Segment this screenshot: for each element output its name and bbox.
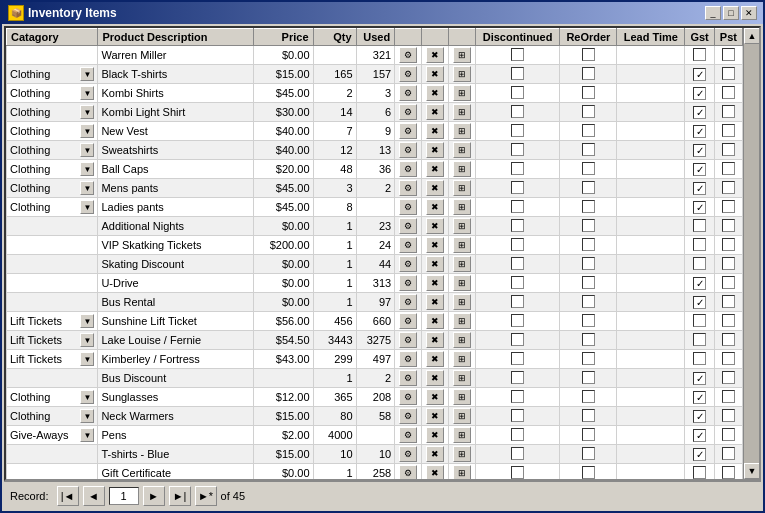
- checkbox[interactable]: [722, 257, 735, 270]
- checkbox[interactable]: [582, 124, 595, 137]
- delete-icon[interactable]: ⊞: [453, 408, 471, 424]
- checkbox[interactable]: [511, 86, 524, 99]
- copy-icon[interactable]: ✖: [426, 66, 444, 82]
- checkbox[interactable]: [722, 409, 735, 422]
- copy-icon[interactable]: ✖: [426, 180, 444, 196]
- edit-icon[interactable]: ⚙: [399, 294, 417, 310]
- checkbox[interactable]: [511, 314, 524, 327]
- dropdown-arrow-icon[interactable]: ▼: [80, 86, 94, 100]
- scroll-up-button[interactable]: ▲: [744, 28, 759, 44]
- checkbox[interactable]: [511, 162, 524, 175]
- checkbox[interactable]: [722, 314, 735, 327]
- checkbox[interactable]: [693, 257, 706, 270]
- edit-icon[interactable]: ⚙: [399, 427, 417, 443]
- delete-icon[interactable]: ⊞: [453, 370, 471, 386]
- checkbox[interactable]: [511, 466, 524, 479]
- checkbox[interactable]: [511, 238, 524, 251]
- checkbox[interactable]: [582, 409, 595, 422]
- checkbox[interactable]: [722, 124, 735, 137]
- copy-icon[interactable]: ✖: [426, 351, 444, 367]
- edit-icon[interactable]: ⚙: [399, 351, 417, 367]
- delete-icon[interactable]: ⊞: [453, 104, 471, 120]
- dropdown-arrow-icon[interactable]: ▼: [80, 143, 94, 157]
- checkbox[interactable]: [693, 201, 706, 214]
- edit-icon[interactable]: ⚙: [399, 313, 417, 329]
- copy-icon[interactable]: ✖: [426, 256, 444, 272]
- checkbox[interactable]: [582, 428, 595, 441]
- edit-icon[interactable]: ⚙: [399, 85, 417, 101]
- copy-icon[interactable]: ✖: [426, 370, 444, 386]
- checkbox[interactable]: [693, 182, 706, 195]
- copy-icon[interactable]: ✖: [426, 313, 444, 329]
- checkbox[interactable]: [582, 48, 595, 61]
- checkbox[interactable]: [582, 276, 595, 289]
- checkbox[interactable]: [722, 162, 735, 175]
- checkbox[interactable]: [582, 181, 595, 194]
- checkbox[interactable]: [582, 295, 595, 308]
- delete-icon[interactable]: ⊞: [453, 218, 471, 234]
- copy-icon[interactable]: ✖: [426, 85, 444, 101]
- copy-icon[interactable]: ✖: [426, 161, 444, 177]
- checkbox[interactable]: [722, 428, 735, 441]
- copy-icon[interactable]: ✖: [426, 123, 444, 139]
- delete-icon[interactable]: ⊞: [453, 237, 471, 253]
- checkbox[interactable]: [582, 390, 595, 403]
- copy-icon[interactable]: ✖: [426, 332, 444, 348]
- delete-icon[interactable]: ⊞: [453, 256, 471, 272]
- checkbox[interactable]: [722, 219, 735, 232]
- edit-icon[interactable]: ⚙: [399, 370, 417, 386]
- checkbox[interactable]: [693, 144, 706, 157]
- checkbox[interactable]: [693, 429, 706, 442]
- delete-icon[interactable]: ⊞: [453, 446, 471, 462]
- checkbox[interactable]: [582, 105, 595, 118]
- edit-icon[interactable]: ⚙: [399, 66, 417, 82]
- checkbox[interactable]: [693, 391, 706, 404]
- edit-icon[interactable]: ⚙: [399, 199, 417, 215]
- edit-icon[interactable]: ⚙: [399, 218, 417, 234]
- copy-icon[interactable]: ✖: [426, 446, 444, 462]
- copy-icon[interactable]: ✖: [426, 408, 444, 424]
- copy-icon[interactable]: ✖: [426, 389, 444, 405]
- checkbox[interactable]: [693, 68, 706, 81]
- delete-icon[interactable]: ⊞: [453, 332, 471, 348]
- edit-icon[interactable]: ⚙: [399, 446, 417, 462]
- dropdown-arrow-icon[interactable]: ▼: [80, 352, 94, 366]
- checkbox[interactable]: [511, 333, 524, 346]
- checkbox[interactable]: [511, 371, 524, 384]
- checkbox[interactable]: [511, 428, 524, 441]
- checkbox[interactable]: [693, 448, 706, 461]
- checkbox[interactable]: [693, 87, 706, 100]
- delete-icon[interactable]: ⊞: [453, 465, 471, 479]
- scrollbar[interactable]: ▲ ▼: [743, 28, 759, 479]
- checkbox[interactable]: [582, 314, 595, 327]
- checkbox[interactable]: [582, 333, 595, 346]
- checkbox[interactable]: [722, 371, 735, 384]
- checkbox[interactable]: [693, 410, 706, 423]
- copy-icon[interactable]: ✖: [426, 142, 444, 158]
- checkbox[interactable]: [693, 238, 706, 251]
- nav-prev-button[interactable]: ◄: [83, 486, 105, 506]
- edit-icon[interactable]: ⚙: [399, 389, 417, 405]
- dropdown-arrow-icon[interactable]: ▼: [80, 67, 94, 81]
- edit-icon[interactable]: ⚙: [399, 256, 417, 272]
- checkbox[interactable]: [511, 295, 524, 308]
- scroll-down-button[interactable]: ▼: [744, 463, 759, 479]
- checkbox[interactable]: [511, 257, 524, 270]
- scroll-track[interactable]: [744, 44, 759, 463]
- checkbox[interactable]: [722, 447, 735, 460]
- checkbox[interactable]: [693, 333, 706, 346]
- checkbox[interactable]: [582, 466, 595, 479]
- delete-icon[interactable]: ⊞: [453, 389, 471, 405]
- checkbox[interactable]: [693, 106, 706, 119]
- checkbox[interactable]: [511, 352, 524, 365]
- checkbox[interactable]: [582, 219, 595, 232]
- dropdown-arrow-icon[interactable]: ▼: [80, 428, 94, 442]
- table-scroll[interactable]: Catagory Product Description Price Qty U…: [6, 28, 743, 479]
- checkbox[interactable]: [722, 276, 735, 289]
- nav-first-button[interactable]: |◄: [57, 486, 79, 506]
- dropdown-arrow-icon[interactable]: ▼: [80, 162, 94, 176]
- checkbox[interactable]: [693, 352, 706, 365]
- maximize-button[interactable]: □: [723, 6, 739, 20]
- checkbox[interactable]: [722, 390, 735, 403]
- checkbox[interactable]: [693, 125, 706, 138]
